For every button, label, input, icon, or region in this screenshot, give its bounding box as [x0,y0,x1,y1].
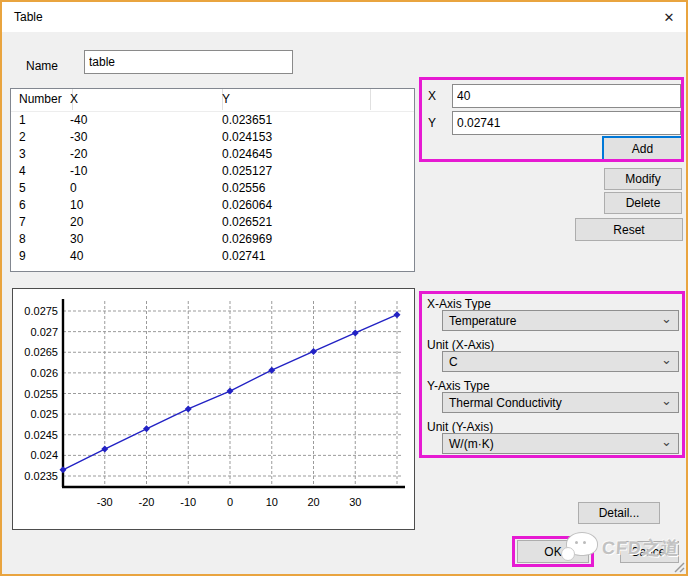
chevron-down-icon: ⌄ [661,352,672,371]
svg-text:0.024: 0.024 [30,449,58,461]
chevron-down-icon: ⌄ [661,434,672,453]
svg-text:20: 20 [307,496,319,508]
table-row[interactable]: 6100.026064 [11,197,414,214]
table-cell: 0.026064 [216,197,414,214]
svg-text:10: 10 [266,496,278,508]
table-cell: 0.023651 [216,112,414,129]
svg-text:0.027: 0.027 [30,326,58,338]
svg-text:0.025: 0.025 [30,408,58,420]
table-cell: 0.024153 [216,129,414,146]
table-plot: 0.02350.0240.02450.0250.02550.0260.02650… [13,289,414,529]
column-header: Y [216,89,371,110]
svg-text:30: 30 [349,496,361,508]
x-axis-type-value: Temperature [449,314,516,328]
table-cell: 2 [11,129,64,146]
table-cell: 0 [64,180,216,197]
resize-grip[interactable] [671,559,685,573]
table-cell: 30 [64,231,216,248]
svg-text:0.026: 0.026 [30,367,58,379]
table-row[interactable]: 8300.026969 [11,231,414,248]
table-row[interactable]: 3-200.024645 [11,146,414,163]
table-cell: -20 [64,146,216,163]
x-label: X [428,84,436,108]
table-cell: 10 [64,197,216,214]
delete-button[interactable]: Delete [604,192,682,214]
table-cell: 4 [11,163,64,180]
name-input[interactable] [84,50,293,74]
table-cell: -10 [64,163,216,180]
y-unit-value: W/(m·K) [449,437,494,451]
svg-text:0: 0 [227,496,233,508]
chart-panel: 0.02350.0240.02450.0250.02550.0260.02650… [12,288,415,530]
table-cell: 20 [64,214,216,231]
x-axis-type-select[interactable]: Temperature ⌄ [442,310,679,331]
table-cell: -30 [64,129,216,146]
svg-text:0.0235: 0.0235 [24,470,58,482]
table-cell: 40 [64,248,216,265]
svg-text:-10: -10 [180,496,196,508]
table-row[interactable]: 2-300.024153 [11,129,414,146]
table-cell: 5 [11,180,64,197]
table-row[interactable]: 4-100.025127 [11,163,414,180]
chevron-down-icon: ⌄ [661,311,672,330]
x-input[interactable] [452,84,681,108]
add-button[interactable]: Add [602,136,683,162]
name-label: Name [26,54,58,78]
dialog-title: Table [14,2,43,32]
svg-text:0.0275: 0.0275 [24,305,58,317]
table-cell: 0.02556 [216,180,414,197]
watermark-logo-icon [566,532,598,556]
x-unit-select[interactable]: C ⌄ [442,351,679,372]
table-cell: 0.026969 [216,231,414,248]
chevron-down-icon: ⌄ [661,393,672,412]
data-table-rows: 1-400.0236512-300.0241533-200.0246454-10… [11,112,414,265]
y-input[interactable] [452,111,681,135]
table-cell: -40 [64,112,216,129]
y-label: Y [428,111,436,135]
column-header: X [64,89,223,110]
table-dialog: Table ✕ Name Number X Y 1-400.0236512-30… [0,0,688,576]
table-cell: 0.024645 [216,146,414,163]
table-cell: 1 [11,112,64,129]
svg-text:0.0265: 0.0265 [24,346,58,358]
title-bar [2,2,686,32]
table-cell: 0.025127 [216,163,414,180]
table-row[interactable]: 1-400.023651 [11,112,414,129]
table-row[interactable]: 7200.026521 [11,214,414,231]
reset-button[interactable]: Reset [575,218,683,241]
y-unit-select[interactable]: W/(m·K) ⌄ [442,433,679,454]
modify-button[interactable]: Modify [604,168,682,190]
table-cell: 8 [11,231,64,248]
table-cell: 6 [11,197,64,214]
detail-button[interactable]: Detail... [578,502,660,524]
table-cell: 3 [11,146,64,163]
svg-text:0.0255: 0.0255 [24,388,58,400]
x-unit-value: C [449,355,458,369]
y-axis-type-value: Thermal Conductivity [449,396,562,410]
svg-text:-20: -20 [139,496,155,508]
table-row[interactable]: 500.02556 [11,180,414,197]
table-row[interactable]: 9400.02741 [11,248,414,265]
data-table-header: Number X Y [11,89,414,112]
table-cell: 0.026521 [216,214,414,231]
svg-text:0.0245: 0.0245 [24,429,58,441]
table-cell: 7 [11,214,64,231]
table-cell: 9 [11,248,64,265]
table-cell: 0.02741 [216,248,414,265]
watermark-text: CFD之道 [601,536,681,560]
data-table: Number X Y 1-400.0236512-300.0241533-200… [10,88,415,272]
close-icon[interactable]: ✕ [654,4,684,30]
y-axis-type-select[interactable]: Thermal Conductivity ⌄ [442,392,679,413]
svg-text:-30: -30 [97,496,113,508]
